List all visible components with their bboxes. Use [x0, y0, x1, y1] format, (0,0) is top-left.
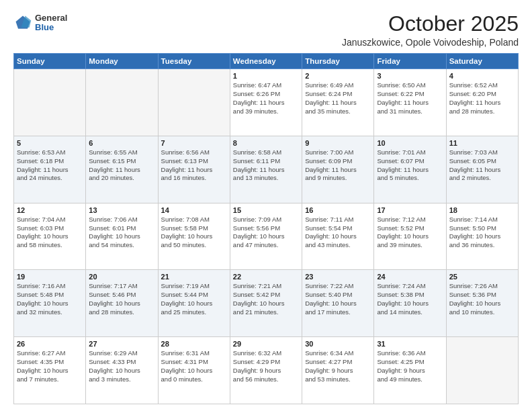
day-number: 17 [377, 206, 443, 214]
table-row: 26Sunrise: 6:27 AM Sunset: 4:35 PM Dayli… [14, 337, 86, 404]
table-row: 22Sunrise: 7:21 AM Sunset: 5:42 PM Dayli… [230, 270, 302, 337]
table-row [86, 69, 158, 136]
header-monday: Monday [86, 54, 158, 69]
table-row: 28Sunrise: 6:31 AM Sunset: 4:31 PM Dayli… [158, 337, 230, 404]
table-row: 11Sunrise: 7:03 AM Sunset: 6:05 PM Dayli… [446, 136, 518, 203]
day-number: 19 [17, 273, 83, 281]
table-row: 31Sunrise: 6:36 AM Sunset: 4:25 PM Dayli… [374, 337, 446, 404]
day-number: 15 [233, 206, 299, 214]
day-number: 14 [161, 206, 227, 214]
day-info: Sunrise: 7:11 AM Sunset: 5:54 PM Dayligh… [305, 216, 371, 250]
day-number: 18 [449, 206, 515, 214]
table-row: 30Sunrise: 6:34 AM Sunset: 4:27 PM Dayli… [302, 337, 374, 404]
day-info: Sunrise: 6:49 AM Sunset: 6:24 PM Dayligh… [305, 81, 371, 116]
table-row: 29Sunrise: 6:32 AM Sunset: 4:29 PM Dayli… [230, 337, 302, 404]
day-number: 6 [89, 139, 154, 147]
month-title: October 2025 [342, 12, 519, 36]
day-number: 1 [233, 72, 299, 80]
logo: General Blue [13, 13, 67, 33]
day-number: 12 [17, 206, 83, 214]
day-info: Sunrise: 6:32 AM Sunset: 4:29 PM Dayligh… [233, 349, 299, 383]
day-info: Sunrise: 7:03 AM Sunset: 6:05 PM Dayligh… [449, 148, 515, 183]
day-info: Sunrise: 6:36 AM Sunset: 4:25 PM Dayligh… [377, 349, 443, 383]
header-sunday: Sunday [14, 54, 86, 69]
day-info: Sunrise: 7:08 AM Sunset: 5:58 PM Dayligh… [161, 216, 227, 250]
table-row: 20Sunrise: 7:17 AM Sunset: 5:46 PM Dayli… [86, 270, 158, 337]
day-info: Sunrise: 7:00 AM Sunset: 6:09 PM Dayligh… [305, 148, 371, 183]
table-row: 18Sunrise: 7:14 AM Sunset: 5:50 PM Dayli… [446, 203, 518, 270]
day-number: 30 [305, 340, 371, 348]
header: General Blue October 2025 Januszkowice, … [13, 12, 519, 48]
day-number: 10 [377, 139, 443, 147]
table-row: 8Sunrise: 6:58 AM Sunset: 6:11 PM Daylig… [230, 136, 302, 203]
day-number: 27 [89, 340, 154, 348]
calendar-week-row: 26Sunrise: 6:27 AM Sunset: 4:35 PM Dayli… [14, 337, 519, 404]
table-row: 1Sunrise: 6:47 AM Sunset: 6:26 PM Daylig… [230, 69, 302, 136]
day-info: Sunrise: 6:58 AM Sunset: 6:11 PM Dayligh… [233, 148, 299, 183]
day-number: 16 [305, 206, 371, 214]
day-number: 7 [161, 139, 227, 147]
day-number: 28 [161, 340, 227, 348]
table-row: 10Sunrise: 7:01 AM Sunset: 6:07 PM Dayli… [374, 136, 446, 203]
day-info: Sunrise: 7:01 AM Sunset: 6:07 PM Dayligh… [377, 148, 443, 183]
day-number: 21 [161, 273, 227, 281]
day-number: 13 [89, 206, 154, 214]
day-info: Sunrise: 7:06 AM Sunset: 6:01 PM Dayligh… [89, 216, 154, 250]
location-title: Januszkowice, Opole Voivodeship, Poland [342, 37, 519, 48]
table-row: 25Sunrise: 7:26 AM Sunset: 5:36 PM Dayli… [446, 270, 518, 337]
day-number: 5 [17, 139, 83, 147]
day-number: 31 [377, 340, 443, 348]
title-block: October 2025 Januszkowice, Opole Voivode… [342, 12, 519, 48]
day-info: Sunrise: 6:29 AM Sunset: 4:33 PM Dayligh… [89, 349, 154, 383]
page: General Blue October 2025 Januszkowice, … [0, 0, 532, 411]
header-friday: Friday [374, 54, 446, 69]
header-tuesday: Tuesday [158, 54, 230, 69]
day-number: 3 [377, 72, 443, 80]
day-info: Sunrise: 7:17 AM Sunset: 5:46 PM Dayligh… [89, 282, 154, 316]
logo-general-text: General [35, 13, 67, 23]
table-row: 3Sunrise: 6:50 AM Sunset: 6:22 PM Daylig… [374, 69, 446, 136]
day-number: 9 [305, 139, 371, 147]
day-info: Sunrise: 7:04 AM Sunset: 6:03 PM Dayligh… [17, 216, 83, 250]
table-row: 7Sunrise: 6:56 AM Sunset: 6:13 PM Daylig… [158, 136, 230, 203]
day-number: 29 [233, 340, 299, 348]
table-row: 12Sunrise: 7:04 AM Sunset: 6:03 PM Dayli… [14, 203, 86, 270]
day-number: 22 [233, 273, 299, 281]
table-row [158, 69, 230, 136]
day-number: 23 [305, 273, 371, 281]
day-number: 8 [233, 139, 299, 147]
table-row: 9Sunrise: 7:00 AM Sunset: 6:09 PM Daylig… [302, 136, 374, 203]
table-row: 15Sunrise: 7:09 AM Sunset: 5:56 PM Dayli… [230, 203, 302, 270]
calendar-week-row: 1Sunrise: 6:47 AM Sunset: 6:26 PM Daylig… [14, 69, 519, 136]
table-row: 14Sunrise: 7:08 AM Sunset: 5:58 PM Dayli… [158, 203, 230, 270]
day-number: 20 [89, 273, 154, 281]
table-row [446, 337, 518, 404]
table-row: 23Sunrise: 7:22 AM Sunset: 5:40 PM Dayli… [302, 270, 374, 337]
table-row: 16Sunrise: 7:11 AM Sunset: 5:54 PM Dayli… [302, 203, 374, 270]
table-row: 5Sunrise: 6:53 AM Sunset: 6:18 PM Daylig… [14, 136, 86, 203]
day-info: Sunrise: 6:50 AM Sunset: 6:22 PM Dayligh… [377, 81, 443, 116]
table-row: 19Sunrise: 7:16 AM Sunset: 5:48 PM Dayli… [14, 270, 86, 337]
table-row: 6Sunrise: 6:55 AM Sunset: 6:15 PM Daylig… [86, 136, 158, 203]
table-row: 4Sunrise: 6:52 AM Sunset: 6:20 PM Daylig… [446, 69, 518, 136]
day-info: Sunrise: 7:16 AM Sunset: 5:48 PM Dayligh… [17, 282, 83, 316]
day-info: Sunrise: 6:56 AM Sunset: 6:13 PM Dayligh… [161, 148, 227, 183]
table-row: 21Sunrise: 7:19 AM Sunset: 5:44 PM Dayli… [158, 270, 230, 337]
day-info: Sunrise: 6:55 AM Sunset: 6:15 PM Dayligh… [89, 148, 154, 183]
calendar-table: Sunday Monday Tuesday Wednesday Thursday… [13, 53, 519, 404]
table-row: 17Sunrise: 7:12 AM Sunset: 5:52 PM Dayli… [374, 203, 446, 270]
day-info: Sunrise: 7:22 AM Sunset: 5:40 PM Dayligh… [305, 282, 371, 316]
logo-text: General Blue [35, 13, 67, 33]
day-info: Sunrise: 6:34 AM Sunset: 4:27 PM Dayligh… [305, 349, 371, 383]
logo-icon [13, 13, 32, 32]
header-saturday: Saturday [446, 54, 518, 69]
weekday-header-row: Sunday Monday Tuesday Wednesday Thursday… [14, 54, 519, 69]
day-info: Sunrise: 7:24 AM Sunset: 5:38 PM Dayligh… [377, 282, 443, 316]
table-row: 24Sunrise: 7:24 AM Sunset: 5:38 PM Dayli… [374, 270, 446, 337]
header-wednesday: Wednesday [230, 54, 302, 69]
day-info: Sunrise: 6:47 AM Sunset: 6:26 PM Dayligh… [233, 81, 299, 116]
day-info: Sunrise: 7:21 AM Sunset: 5:42 PM Dayligh… [233, 282, 299, 316]
day-info: Sunrise: 6:27 AM Sunset: 4:35 PM Dayligh… [17, 349, 83, 383]
day-info: Sunrise: 7:12 AM Sunset: 5:52 PM Dayligh… [377, 216, 443, 250]
day-number: 26 [17, 340, 83, 348]
